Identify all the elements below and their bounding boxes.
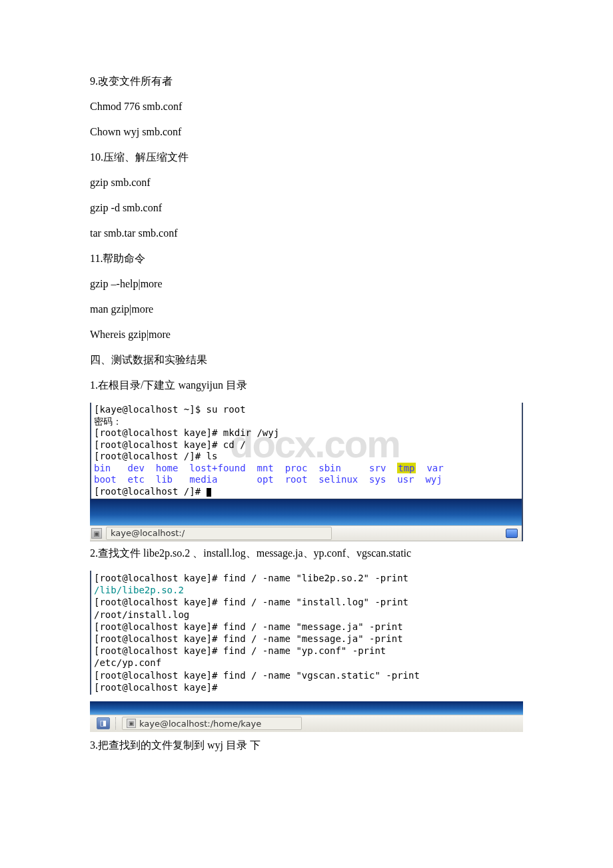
terminal-screenshot-1: docx.com [kaye@localhost ~]$ su root 密码：… — [90, 403, 523, 541]
term-output: /lib/libe2p.so.2 — [94, 584, 520, 596]
app-launcher-icon[interactable]: ◨ — [97, 717, 110, 729]
term-line: [root@localhost /]# ls — [94, 451, 519, 463]
cmd-whereis: Whereis gzip|more — [90, 327, 523, 343]
heading-11: 11.帮助命令 — [90, 251, 523, 267]
cmd-chown: Chown wyj smb.conf — [90, 124, 523, 140]
tray-icon — [506, 529, 518, 538]
terminal-screenshot-2: [root@localhost kaye]# find / -name "lib… — [90, 571, 523, 695]
cmd-gzip: gzip smb.conf — [90, 175, 523, 191]
terminal-icon: ▣ — [91, 528, 102, 539]
ls-row-1: bin dev home lost+found mnt proc sbin sr… — [94, 463, 519, 475]
term-line: 密码： — [94, 416, 519, 428]
term-output: /root/install.log — [94, 609, 520, 621]
term-line: [root@localhost kaye]# find / -name "vgs… — [94, 669, 520, 681]
cmd-gzip-help: gzip –-help|more — [90, 276, 523, 292]
taskbar-title: kaye@localhost:/ — [111, 527, 185, 540]
term-line: [root@localhost kaye]# cd / — [94, 439, 519, 451]
separator — [115, 717, 119, 729]
term-line: [kaye@localhost ~]$ su root — [94, 404, 519, 416]
heading-9: 9.改变文件所有者 — [90, 73, 523, 89]
taskbar-button[interactable]: kaye@localhost:/ — [106, 527, 332, 540]
ls-row-2: boot etc lib media opt root selinux sys … — [94, 474, 519, 486]
section-4-title: 四、测试数据和实验结果 — [90, 352, 523, 368]
terminal-icon: ▣ — [127, 719, 136, 728]
term-prompt: [root@localhost kaye]# — [94, 681, 520, 693]
cursor-icon — [207, 488, 211, 497]
term-output: /etc/yp.conf — [94, 657, 520, 669]
step-2: 2.查找文件 libe2p.so.2 、install.log、message.… — [90, 545, 523, 561]
step-3: 3.把查找到的文件复制到 wyj 目录 下 — [90, 737, 523, 753]
cmd-chmod: Chmod 776 smb.conf — [90, 99, 523, 115]
heading-10: 10.压缩、解压缩文件 — [90, 149, 523, 165]
term-line: [root@localhost kaye]# find / -name "mes… — [94, 621, 520, 633]
taskbar: ◨ ▣ kaye@localhost:/home/kaye — [90, 715, 523, 732]
term-line: [root@localhost kaye]# find / -name "yp.… — [94, 645, 520, 657]
taskbar: ▣ kaye@localhost:/ — [90, 525, 522, 541]
window-blue-gradient — [90, 499, 522, 525]
term-line: [root@localhost kaye]# find / -name "lib… — [94, 572, 520, 584]
term-line: [root@localhost kaye]# find / -name "ins… — [94, 596, 520, 608]
term-line: [root@localhost kaye]# find / -name "mes… — [94, 633, 520, 645]
cmd-tar: tar smb.tar smb.conf — [90, 225, 523, 241]
step-1: 1.在根目录/下建立 wangyijun 目录 — [90, 377, 523, 393]
term-line: [root@localhost kaye]# mkdir /wyj — [94, 427, 519, 439]
highlighted-tmp: tmp — [397, 463, 415, 473]
taskbar-button[interactable]: ▣ kaye@localhost:/home/kaye — [122, 717, 302, 730]
cmd-man-gzip: man gzip|more — [90, 301, 523, 317]
cmd-gzip-d: gzip -d smb.conf — [90, 200, 523, 216]
taskbar-title: kaye@localhost:/home/kaye — [139, 717, 261, 731]
term-prompt: [root@localhost /]# — [94, 486, 519, 498]
window-blue-gradient — [90, 701, 523, 715]
